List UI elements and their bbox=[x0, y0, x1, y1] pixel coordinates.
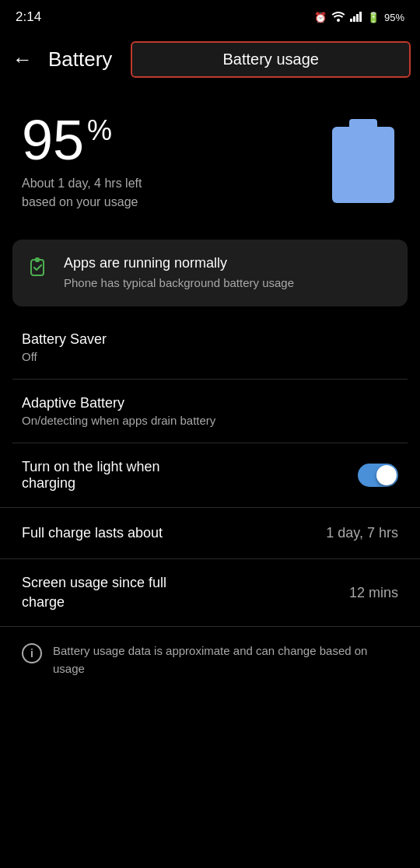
battery-text-block: 95% About 1 day, 4 hrs leftbased on your… bbox=[22, 112, 313, 212]
battery-icon bbox=[328, 119, 398, 205]
screen-usage-label: Screen usage since fullcharge bbox=[22, 573, 337, 612]
light-charging-text: Turn on the light whencharging bbox=[22, 459, 159, 492]
battery-check-icon bbox=[28, 257, 50, 284]
full-charge-row: Full charge lasts about 1 day, 7 hrs bbox=[0, 508, 420, 558]
battery-percent-value: 95 bbox=[22, 109, 84, 171]
apps-running-text: Apps are running normally Phone has typi… bbox=[64, 255, 294, 291]
status-time: 2:14 bbox=[16, 9, 41, 25]
apps-running-subtitle: Phone has typical background battery usa… bbox=[64, 275, 294, 291]
top-nav: ← Battery Battery usage bbox=[0, 31, 420, 87]
full-charge-value: 1 day, 7 hrs bbox=[326, 525, 398, 541]
svg-rect-3 bbox=[356, 14, 359, 22]
battery-saver-title: Battery Saver bbox=[22, 331, 107, 348]
adaptive-battery-subtitle: On/detecting when apps drain battery bbox=[22, 414, 215, 427]
svg-point-0 bbox=[337, 19, 340, 22]
battery-time-left: About 1 day, 4 hrs leftbased on your usa… bbox=[22, 174, 313, 212]
status-icons: ⏰ 🔋 95% bbox=[314, 11, 404, 24]
battery-info-section: 95% About 1 day, 4 hrs leftbased on your… bbox=[0, 87, 420, 233]
light-charging-toggle[interactable] bbox=[358, 464, 398, 487]
battery-status-icon: 🔋 bbox=[367, 12, 380, 23]
back-button[interactable]: ← bbox=[9, 44, 36, 75]
battery-percent-label: 95% bbox=[384, 12, 404, 23]
light-charging-title: Turn on the light whencharging bbox=[22, 459, 159, 492]
battery-saver-text: Battery Saver Off bbox=[22, 331, 107, 363]
apps-running-card: Apps are running normally Phone has typi… bbox=[12, 240, 408, 306]
alarm-icon: ⏰ bbox=[314, 12, 327, 23]
svg-rect-2 bbox=[353, 16, 355, 22]
signal-icon bbox=[350, 11, 362, 24]
page-title: Battery bbox=[48, 47, 112, 72]
wifi-icon bbox=[331, 11, 345, 24]
adaptive-battery-title: Adaptive Battery bbox=[22, 395, 215, 411]
battery-body bbox=[332, 127, 394, 203]
full-charge-label: Full charge lasts about bbox=[22, 525, 163, 541]
adaptive-battery-item[interactable]: Adaptive Battery On/detecting when apps … bbox=[0, 380, 420, 443]
info-icon: i bbox=[22, 643, 42, 663]
battery-cap bbox=[349, 119, 377, 127]
apps-running-title: Apps are running normally bbox=[64, 255, 294, 271]
svg-rect-1 bbox=[350, 19, 352, 22]
footer-note-text: Battery usage data is approximate and ca… bbox=[53, 642, 398, 677]
light-charging-item[interactable]: Turn on the light whencharging bbox=[0, 443, 420, 507]
adaptive-battery-text: Adaptive Battery On/detecting when apps … bbox=[22, 395, 215, 427]
battery-usage-button[interactable]: Battery usage bbox=[131, 41, 411, 78]
toggle-knob bbox=[376, 465, 397, 485]
svg-rect-4 bbox=[359, 12, 362, 22]
battery-icon-wrap bbox=[328, 119, 398, 205]
battery-percentage: 95% bbox=[22, 112, 313, 168]
battery-percent-symbol: % bbox=[87, 114, 112, 146]
battery-saver-subtitle: Off bbox=[22, 350, 107, 363]
battery-saver-item[interactable]: Battery Saver Off bbox=[0, 316, 420, 379]
footer-note: i Battery usage data is approximate and … bbox=[0, 626, 420, 693]
screen-usage-row: Screen usage since fullcharge 12 mins bbox=[0, 559, 420, 626]
screen-usage-value: 12 mins bbox=[349, 585, 398, 601]
settings-list: Battery Saver Off Adaptive Battery On/de… bbox=[0, 316, 420, 507]
status-bar: 2:14 ⏰ 🔋 95% bbox=[0, 0, 420, 31]
